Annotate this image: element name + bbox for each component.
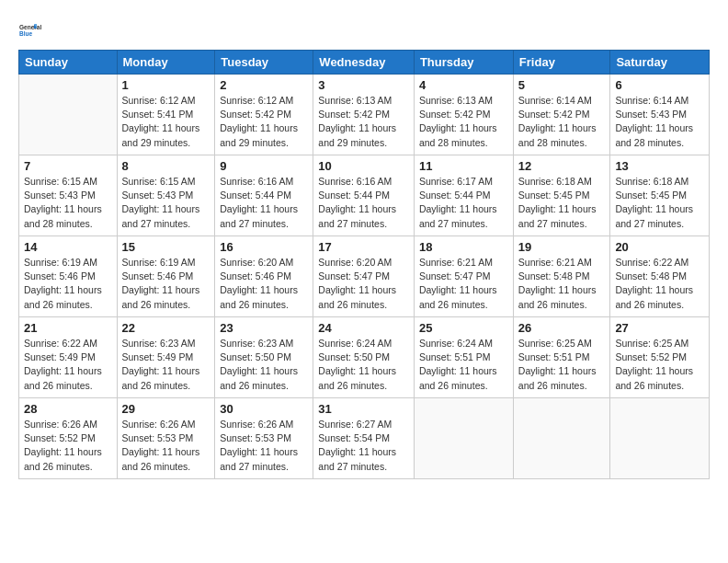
calendar-cell: 7Sunrise: 6:15 AM Sunset: 5:43 PM Daylig…: [19, 155, 118, 236]
calendar-cell: 20Sunrise: 6:22 AM Sunset: 5:48 PM Dayli…: [610, 236, 710, 317]
calendar-cell: [610, 398, 710, 479]
calendar-cell: 9Sunrise: 6:16 AM Sunset: 5:44 PM Daylig…: [215, 155, 313, 236]
day-info: Sunrise: 6:15 AM Sunset: 5:43 PM Dayligh…: [24, 175, 112, 231]
day-info: Sunrise: 6:25 AM Sunset: 5:51 PM Dayligh…: [518, 337, 606, 393]
calendar-cell: 4Sunrise: 6:13 AM Sunset: 5:42 PM Daylig…: [414, 75, 513, 155]
logo-icon: General Blue: [18, 15, 46, 42]
day-number: 21: [24, 321, 112, 335]
day-info: Sunrise: 6:26 AM Sunset: 5:53 PM Dayligh…: [220, 418, 308, 474]
calendar-cell: 17Sunrise: 6:20 AM Sunset: 5:47 PM Dayli…: [313, 236, 415, 317]
week-row-4: 28Sunrise: 6:26 AM Sunset: 5:52 PM Dayli…: [19, 398, 710, 479]
day-number: 19: [518, 240, 606, 254]
calendar-cell: 12Sunrise: 6:18 AM Sunset: 5:45 PM Dayli…: [513, 155, 610, 236]
calendar-cell: 30Sunrise: 6:26 AM Sunset: 5:53 PM Dayli…: [215, 398, 313, 479]
day-info: Sunrise: 6:14 AM Sunset: 5:42 PM Dayligh…: [518, 94, 606, 150]
calendar-cell: 21Sunrise: 6:22 AM Sunset: 5:49 PM Dayli…: [19, 317, 118, 398]
calendar-cell: 16Sunrise: 6:20 AM Sunset: 5:46 PM Dayli…: [215, 236, 313, 317]
day-number: 3: [318, 78, 409, 92]
day-info: Sunrise: 6:14 AM Sunset: 5:43 PM Dayligh…: [615, 94, 704, 150]
day-number: 31: [318, 402, 409, 416]
day-number: 4: [419, 78, 508, 92]
day-number: 18: [419, 240, 508, 254]
calendar-cell: 15Sunrise: 6:19 AM Sunset: 5:46 PM Dayli…: [117, 236, 215, 317]
calendar-cell: 22Sunrise: 6:23 AM Sunset: 5:49 PM Dayli…: [117, 317, 215, 398]
day-info: Sunrise: 6:16 AM Sunset: 5:44 PM Dayligh…: [318, 175, 409, 231]
day-number: 30: [220, 402, 308, 416]
day-info: Sunrise: 6:17 AM Sunset: 5:44 PM Dayligh…: [419, 175, 508, 231]
day-number: 23: [220, 321, 308, 335]
day-info: Sunrise: 6:22 AM Sunset: 5:49 PM Dayligh…: [24, 337, 112, 393]
day-number: 8: [122, 159, 210, 173]
day-number: 10: [318, 159, 409, 173]
day-info: Sunrise: 6:26 AM Sunset: 5:53 PM Dayligh…: [122, 418, 210, 474]
calendar-table: SundayMondayTuesdayWednesdayThursdayFrid…: [18, 50, 710, 479]
week-row-2: 14Sunrise: 6:19 AM Sunset: 5:46 PM Dayli…: [19, 236, 710, 317]
calendar-cell: 23Sunrise: 6:23 AM Sunset: 5:50 PM Dayli…: [215, 317, 313, 398]
header: General Blue: [18, 15, 710, 42]
day-number: 20: [615, 240, 704, 254]
day-number: 1: [122, 78, 210, 92]
calendar-header-friday: Friday: [513, 51, 610, 75]
day-number: 13: [615, 159, 704, 173]
logo: General Blue: [18, 15, 46, 42]
day-info: Sunrise: 6:13 AM Sunset: 5:42 PM Dayligh…: [318, 94, 409, 150]
calendar-cell: 19Sunrise: 6:21 AM Sunset: 5:48 PM Dayli…: [513, 236, 610, 317]
day-number: 28: [24, 402, 112, 416]
calendar-header-thursday: Thursday: [414, 51, 513, 75]
calendar-cell: [19, 75, 118, 155]
day-info: Sunrise: 6:16 AM Sunset: 5:44 PM Dayligh…: [220, 175, 308, 231]
calendar-cell: 27Sunrise: 6:25 AM Sunset: 5:52 PM Dayli…: [610, 317, 710, 398]
calendar-cell: 10Sunrise: 6:16 AM Sunset: 5:44 PM Dayli…: [313, 155, 415, 236]
calendar-header-wednesday: Wednesday: [313, 51, 415, 75]
day-info: Sunrise: 6:18 AM Sunset: 5:45 PM Dayligh…: [615, 175, 704, 231]
calendar-cell: 29Sunrise: 6:26 AM Sunset: 5:53 PM Dayli…: [117, 398, 215, 479]
day-number: 5: [518, 78, 606, 92]
day-number: 17: [318, 240, 409, 254]
calendar-cell: 1Sunrise: 6:12 AM Sunset: 5:41 PM Daylig…: [117, 75, 215, 155]
day-info: Sunrise: 6:19 AM Sunset: 5:46 PM Dayligh…: [24, 256, 112, 312]
day-info: Sunrise: 6:26 AM Sunset: 5:52 PM Dayligh…: [24, 418, 112, 474]
calendar-header-tuesday: Tuesday: [215, 51, 313, 75]
day-number: 26: [518, 321, 606, 335]
svg-text:Blue: Blue: [19, 30, 32, 37]
calendar-header-sunday: Sunday: [19, 51, 118, 75]
day-number: 14: [24, 240, 112, 254]
day-number: 2: [220, 78, 308, 92]
day-info: Sunrise: 6:23 AM Sunset: 5:49 PM Dayligh…: [122, 337, 210, 393]
day-number: 12: [518, 159, 606, 173]
calendar-header-row: SundayMondayTuesdayWednesdayThursdayFrid…: [19, 51, 710, 75]
calendar-cell: 14Sunrise: 6:19 AM Sunset: 5:46 PM Dayli…: [19, 236, 118, 317]
calendar-cell: 18Sunrise: 6:21 AM Sunset: 5:47 PM Dayli…: [414, 236, 513, 317]
day-number: 22: [122, 321, 210, 335]
calendar-cell: 5Sunrise: 6:14 AM Sunset: 5:42 PM Daylig…: [513, 75, 610, 155]
calendar-cell: [414, 398, 513, 479]
day-info: Sunrise: 6:21 AM Sunset: 5:48 PM Dayligh…: [518, 256, 606, 312]
day-info: Sunrise: 6:13 AM Sunset: 5:42 PM Dayligh…: [419, 94, 508, 150]
calendar-cell: 6Sunrise: 6:14 AM Sunset: 5:43 PM Daylig…: [610, 75, 710, 155]
calendar-cell: 2Sunrise: 6:12 AM Sunset: 5:42 PM Daylig…: [215, 75, 313, 155]
week-row-0: 1Sunrise: 6:12 AM Sunset: 5:41 PM Daylig…: [19, 75, 710, 155]
day-info: Sunrise: 6:18 AM Sunset: 5:45 PM Dayligh…: [518, 175, 606, 231]
day-info: Sunrise: 6:21 AM Sunset: 5:47 PM Dayligh…: [419, 256, 508, 312]
day-info: Sunrise: 6:24 AM Sunset: 5:51 PM Dayligh…: [419, 337, 508, 393]
calendar-cell: 25Sunrise: 6:24 AM Sunset: 5:51 PM Dayli…: [414, 317, 513, 398]
calendar-cell: 24Sunrise: 6:24 AM Sunset: 5:50 PM Dayli…: [313, 317, 415, 398]
day-info: Sunrise: 6:24 AM Sunset: 5:50 PM Dayligh…: [318, 337, 409, 393]
calendar-header-monday: Monday: [117, 51, 215, 75]
day-number: 16: [220, 240, 308, 254]
day-info: Sunrise: 6:19 AM Sunset: 5:46 PM Dayligh…: [122, 256, 210, 312]
calendar-cell: 28Sunrise: 6:26 AM Sunset: 5:52 PM Dayli…: [19, 398, 118, 479]
calendar-cell: 31Sunrise: 6:27 AM Sunset: 5:54 PM Dayli…: [313, 398, 415, 479]
day-number: 15: [122, 240, 210, 254]
week-row-3: 21Sunrise: 6:22 AM Sunset: 5:49 PM Dayli…: [19, 317, 710, 398]
week-row-1: 7Sunrise: 6:15 AM Sunset: 5:43 PM Daylig…: [19, 155, 710, 236]
calendar-cell: 8Sunrise: 6:15 AM Sunset: 5:43 PM Daylig…: [117, 155, 215, 236]
day-info: Sunrise: 6:15 AM Sunset: 5:43 PM Dayligh…: [122, 175, 210, 231]
day-info: Sunrise: 6:12 AM Sunset: 5:41 PM Dayligh…: [122, 94, 210, 150]
day-number: 29: [122, 402, 210, 416]
calendar-header-saturday: Saturday: [610, 51, 710, 75]
day-number: 27: [615, 321, 704, 335]
day-info: Sunrise: 6:20 AM Sunset: 5:47 PM Dayligh…: [318, 256, 409, 312]
day-info: Sunrise: 6:23 AM Sunset: 5:50 PM Dayligh…: [220, 337, 308, 393]
calendar-cell: 11Sunrise: 6:17 AM Sunset: 5:44 PM Dayli…: [414, 155, 513, 236]
